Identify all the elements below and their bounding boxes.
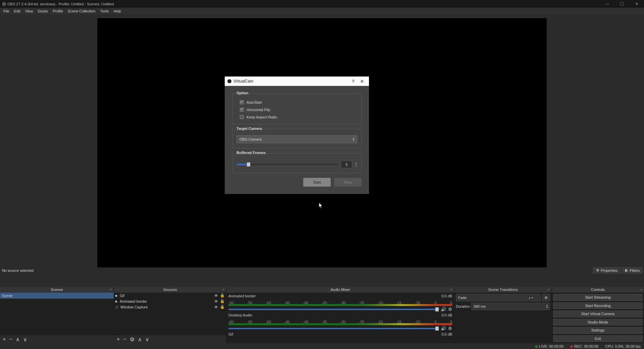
rec-dot-icon	[570, 345, 573, 348]
add-source-button[interactable]: +	[117, 336, 120, 342]
visibility-icon[interactable]: 👁	[214, 299, 218, 303]
buffered-frames-slider[interactable]	[236, 164, 338, 165]
undock-icon[interactable]: ⤢	[547, 288, 550, 291]
volume-slider[interactable]	[228, 328, 439, 329]
undock-icon[interactable]: ⤢	[640, 288, 643, 291]
menu-file[interactable]: File	[1, 8, 11, 14]
dialog-help-button[interactable]: ?	[349, 79, 358, 84]
start-button[interactable]: Start	[303, 178, 331, 187]
gear-icon[interactable]: ⚙	[448, 326, 452, 331]
settings-button[interactable]: Settings	[553, 327, 643, 334]
start-virtual-camera-button[interactable]: Start Virtual Camera	[553, 310, 643, 317]
source-props-button[interactable]: ⚙	[130, 336, 135, 343]
remove-source-button[interactable]: −	[123, 336, 126, 342]
close-button[interactable]: ✕	[629, 0, 644, 8]
scene-down-button[interactable]: ∨	[23, 336, 27, 343]
remove-scene-button[interactable]: −	[9, 336, 12, 342]
target-camera-combo[interactable]: OBS-Camera ▲▼	[236, 135, 357, 143]
lock-icon[interactable]: 🔓	[220, 305, 225, 309]
main-area: VirtualCam ? ✕ Option AutoStart Horizont…	[0, 14, 644, 267]
filters-button[interactable]: ◐ Filters	[622, 267, 643, 273]
status-bar: LIVE: 00:00:00 REC: 00:00:00 CPU: 0.5%, …	[0, 343, 644, 349]
horizontal-flip-checkbox[interactable]	[240, 108, 244, 112]
properties-bar: No source selected ⚙ Properties ◐ Filter…	[0, 267, 644, 273]
start-recording-button[interactable]: Start Recording	[553, 302, 643, 309]
buffered-frames-spin[interactable]: 3	[341, 161, 352, 168]
audio-name: Gif	[228, 332, 233, 336]
speaker-icon[interactable]: 🔊	[441, 326, 446, 331]
media-icon: ▶	[115, 294, 118, 297]
volume-slider[interactable]	[228, 309, 439, 310]
exit-button[interactable]: Exit	[553, 335, 643, 342]
sources-header[interactable]: Sources ⤢	[114, 287, 226, 293]
spin-up-icon[interactable]: ▲	[355, 162, 357, 164]
minimize-button[interactable]: —	[600, 0, 614, 8]
scene-up-button[interactable]: ∧	[16, 336, 20, 343]
maximize-button[interactable]: ☐	[614, 0, 629, 8]
window-icon: ▢	[115, 305, 118, 309]
menu-edit[interactable]: Edit	[12, 8, 22, 14]
dialog-close-button[interactable]: ✕	[358, 79, 366, 84]
visibility-icon[interactable]: 👁	[214, 294, 218, 298]
spin-down-icon[interactable]: ▼	[355, 164, 357, 167]
scenes-header[interactable]: Scenes ⤢	[0, 287, 114, 293]
speaker-icon[interactable]: 🔊	[441, 307, 446, 312]
audio-item: Animated border 0.0 dB -60-55-50-45-40-3…	[226, 293, 454, 312]
titlebar: OBS 27.2.4 (64-bit, windows) - Profile: …	[0, 0, 644, 8]
media-icon: ▶	[115, 300, 118, 303]
audio-mixer-panel: Audio Mixer ⤢ Animated border 0.0 dB -60…	[226, 287, 454, 343]
status-rec: REC: 00:00:00	[570, 344, 598, 348]
keep-aspect-label: Keep Aspect Ratio	[247, 115, 277, 119]
properties-button[interactable]: ⚙ Properties	[593, 267, 621, 273]
dialog-app-icon	[227, 79, 231, 83]
menu-tools[interactable]: Tools	[98, 8, 111, 14]
window-title: OBS 27.2.4 (64-bit, windows) - Profile: …	[7, 2, 114, 6]
no-source-label: No source selected	[0, 268, 34, 272]
transitions-header[interactable]: Scene Transitions ⤢	[454, 287, 551, 293]
duration-spin[interactable]: 300 ms ▲▼	[471, 303, 550, 310]
dialog-titlebar[interactable]: VirtualCam ? ✕	[225, 77, 369, 86]
menu-help[interactable]: Help	[111, 8, 123, 14]
undock-icon[interactable]: ⤢	[110, 288, 112, 291]
audio-db: 0.0 dB	[441, 332, 452, 336]
autostart-label: AutoStart	[247, 100, 262, 104]
mixer-header[interactable]: Audio Mixer ⤢	[226, 287, 454, 293]
gear-icon[interactable]: ⚙	[448, 307, 452, 312]
start-streaming-button[interactable]: Start Streaming	[553, 294, 643, 301]
option-group: Option AutoStart Horizontal Flip Keep As…	[232, 93, 362, 124]
add-scene-button[interactable]: +	[3, 336, 6, 342]
keep-aspect-checkbox[interactable]	[240, 115, 244, 119]
audio-item: Desktop Audio 0.0 dB -60-55-50-45-40-35-…	[226, 312, 454, 331]
slider-thumb[interactable]	[247, 162, 250, 166]
transition-props-button[interactable]: ⚙	[542, 294, 550, 301]
source-row[interactable]: ▶ Gif 👁 🔓	[114, 293, 226, 298]
stop-button[interactable]: Stop	[334, 178, 362, 187]
buffered-frames-value: 3	[345, 162, 347, 166]
visibility-icon[interactable]: 👁	[214, 305, 218, 309]
virtualcam-dialog: VirtualCam ? ✕ Option AutoStart Horizont…	[225, 77, 369, 194]
controls-panel: Controls ⤢ Start Streaming Start Recordi…	[552, 287, 644, 343]
source-down-button[interactable]: ∨	[145, 336, 149, 343]
target-camera-value: OBS-Camera	[239, 137, 262, 141]
menu-scene-collection[interactable]: Scene Collection	[66, 8, 98, 14]
source-row[interactable]: ▢ Window Capture 👁 🔓	[114, 304, 226, 310]
scene-item[interactable]: Scene	[0, 293, 114, 299]
source-up-button[interactable]: ∧	[138, 336, 142, 343]
menu-profile[interactable]: Profile	[51, 8, 65, 14]
undock-icon[interactable]: ⤢	[450, 288, 453, 291]
source-row[interactable]: ▶ Animated border 👁 🔓	[114, 298, 226, 304]
spin-arrows-icon: ▲▼	[546, 304, 548, 309]
undock-icon[interactable]: ⤢	[222, 288, 225, 291]
lock-icon[interactable]: 🔓	[220, 293, 225, 298]
menu-view[interactable]: View	[23, 8, 35, 14]
autostart-checkbox[interactable]	[240, 100, 244, 104]
bottom-dock: Scenes ⤢ Scene + − ∧ ∨ Sources ⤢ ▶ Gif 👁…	[0, 287, 644, 343]
gear-icon: ⚙	[544, 296, 548, 300]
transition-combo[interactable]: Fade ▲▼	[456, 294, 541, 301]
menu-docks[interactable]: Docks	[36, 8, 50, 14]
studio-mode-button[interactable]: Studio Mode	[553, 319, 643, 326]
controls-header[interactable]: Controls ⤢	[552, 287, 644, 293]
audio-item: Gif 0.0 dB	[226, 331, 454, 336]
lock-icon[interactable]: 🔓	[220, 299, 225, 303]
status-live: LIVE: 00:00:00	[535, 344, 564, 348]
